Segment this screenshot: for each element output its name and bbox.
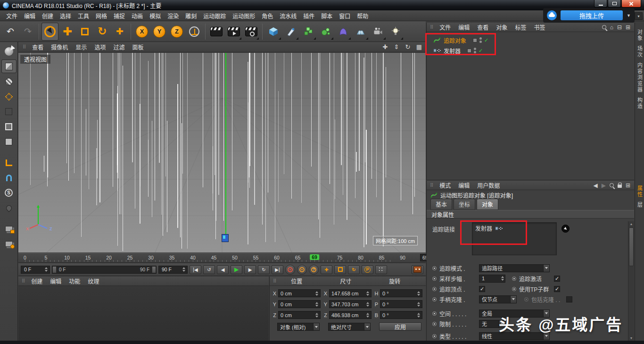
link-picker-button[interactable]: [561, 225, 570, 233]
position-z-field[interactable]: 0 cm: [278, 311, 321, 319]
attribute-menu-item[interactable]: 编辑: [454, 181, 473, 190]
render-settings-button[interactable]: [243, 23, 260, 41]
range-start-grip[interactable]: [52, 266, 57, 273]
new-panel-icon[interactable]: ⊞: [626, 182, 630, 189]
menu-item[interactable]: 创建: [39, 10, 57, 21]
position-x-field[interactable]: 0 cm: [278, 289, 321, 297]
object-manager-menu-item[interactable]: 查看: [473, 23, 492, 32]
side-tab-layers[interactable]: 层: [636, 202, 644, 208]
viewport-solo-lock-button[interactable]: [1, 222, 17, 235]
menu-item[interactable]: 网格: [92, 10, 110, 21]
spinner-icon[interactable]: [44, 267, 49, 272]
rotation-p-field[interactable]: 0 °: [380, 300, 422, 308]
timeline-tick[interactable]: 60: [274, 255, 280, 260]
menu-item[interactable]: 运动图形: [229, 10, 258, 21]
sample-step-field[interactable]: 1: [479, 275, 505, 283]
points-mode-button[interactable]: [1, 105, 17, 118]
trace-link-entry[interactable]: 发射器: [472, 223, 556, 234]
keyframe-dot-icon[interactable]: [524, 297, 528, 302]
rotation-h-field[interactable]: 0 °: [380, 289, 422, 297]
object-name[interactable]: 追踪对象: [444, 36, 466, 44]
menu-item[interactable]: 运动跟踪: [200, 10, 229, 21]
visibility-dots-icon[interactable]: [474, 48, 476, 53]
spinner-icon[interactable]: [416, 302, 421, 307]
polygons-mode-button[interactable]: [1, 135, 17, 149]
rotation-b-field[interactable]: 0 °: [380, 311, 422, 319]
object-row-emitter[interactable]: 发射器: [427, 45, 634, 56]
timeline-tick[interactable]: 10: [64, 255, 70, 260]
live-selection-button[interactable]: [41, 23, 58, 41]
timeline-tick[interactable]: 45: [211, 255, 217, 260]
keyframe-dot-icon[interactable]: [432, 311, 437, 316]
maximize-button[interactable]: [608, 0, 621, 8]
play-button[interactable]: ▶: [231, 265, 242, 274]
timeline-tick[interactable]: 15: [85, 255, 91, 260]
keyframe-dot-icon[interactable]: [432, 266, 437, 270]
edges-mode-button[interactable]: [1, 120, 17, 134]
environment-button[interactable]: [352, 23, 369, 41]
history-forward-icon[interactable]: ▶: [602, 182, 606, 189]
use-tp-checkbox[interactable]: [554, 286, 560, 292]
enable-axis-button[interactable]: [1, 156, 17, 169]
keyframe-dot-icon[interactable]: [432, 334, 437, 338]
workplane-mode-button[interactable]: [1, 90, 17, 103]
viewport-menu-item[interactable]: 显示: [72, 42, 91, 52]
viewport-menu-item[interactable]: 选项: [91, 42, 109, 52]
size-y-field[interactable]: 347.703 cm: [329, 300, 372, 308]
timeline-tick[interactable]: 85: [379, 255, 385, 260]
timeline-tick[interactable]: 25: [127, 255, 133, 260]
grip-icon[interactable]: ⠿: [273, 278, 276, 284]
lock-icon[interactable]: [618, 185, 622, 188]
record-scale-button[interactable]: [334, 265, 346, 274]
pen-tool-button[interactable]: [282, 23, 299, 41]
material-menu-item[interactable]: 创建: [27, 277, 46, 285]
menu-item[interactable]: 窗口: [336, 10, 354, 21]
object-manager-menu-item[interactable]: 文件: [436, 23, 454, 32]
object-row-tracer[interactable]: 追踪对象: [427, 35, 634, 45]
grip-icon[interactable]: ⠿: [23, 44, 26, 50]
side-tab[interactable]: 构造: [636, 97, 644, 109]
spinner-icon[interactable]: [314, 291, 319, 296]
grip-icon[interactable]: ⠿: [430, 25, 433, 30]
tab-basic[interactable]: 基本: [430, 199, 452, 210]
timeline-tick[interactable]: 75: [337, 255, 343, 260]
tab-object[interactable]: 对象: [477, 199, 498, 210]
menu-item[interactable]: 插件: [300, 10, 318, 21]
material-menu-item[interactable]: 功能: [65, 277, 84, 285]
emitter-gizmo[interactable]: [222, 234, 229, 242]
light-button[interactable]: [387, 23, 404, 41]
material-list[interactable]: [18, 286, 269, 340]
menu-item[interactable]: 捕捉: [110, 10, 128, 21]
next-frame-button[interactable]: ▶: [244, 265, 256, 274]
play-reverse-button[interactable]: ↺: [203, 265, 215, 274]
keyframe-dot-icon[interactable]: [432, 322, 437, 326]
include-clone-checkbox[interactable]: [566, 296, 572, 302]
prev-frame-button[interactable]: ◀: [217, 265, 229, 274]
menu-item[interactable]: 编辑: [21, 10, 39, 21]
spinner-icon[interactable]: [314, 313, 319, 318]
object-manager-menu-item[interactable]: 编辑: [454, 23, 473, 32]
search-icon[interactable]: [602, 25, 606, 29]
keyframe-dot-icon[interactable]: [512, 277, 516, 281]
menu-item[interactable]: 雕刻: [182, 10, 200, 21]
scale-tool-button[interactable]: [76, 23, 93, 41]
menu-item[interactable]: 选择: [57, 10, 74, 21]
side-tab-attributes[interactable]: 属性: [636, 185, 644, 198]
keyframe-dot-icon[interactable]: [432, 287, 437, 291]
timeline-tick[interactable]: 90: [400, 255, 405, 260]
keyframe-dot-icon[interactable]: [432, 297, 437, 302]
spinner-icon[interactable]: [500, 276, 505, 281]
collapse-all-icon[interactable]: ⊟: [617, 24, 622, 31]
render-picture-viewer-button[interactable]: [225, 23, 242, 41]
viewport-menu-item[interactable]: 面板: [128, 42, 147, 52]
size-mode-dropdown[interactable]: 绝对尺寸: [328, 323, 371, 331]
object-name[interactable]: 发射器: [444, 47, 461, 55]
keyframe-dot-icon[interactable]: [432, 277, 437, 281]
close-button[interactable]: [621, 0, 641, 8]
scroll-up-icon[interactable]: ▲: [628, 221, 634, 227]
keyframe-dot-icon[interactable]: [512, 287, 516, 291]
menu-item[interactable]: 动画: [128, 10, 146, 21]
expand-all-icon[interactable]: ⊞: [626, 24, 630, 31]
object-manager-menu-item[interactable]: 书签: [530, 23, 549, 32]
last-used-tool-button[interactable]: ✚: [111, 23, 128, 41]
